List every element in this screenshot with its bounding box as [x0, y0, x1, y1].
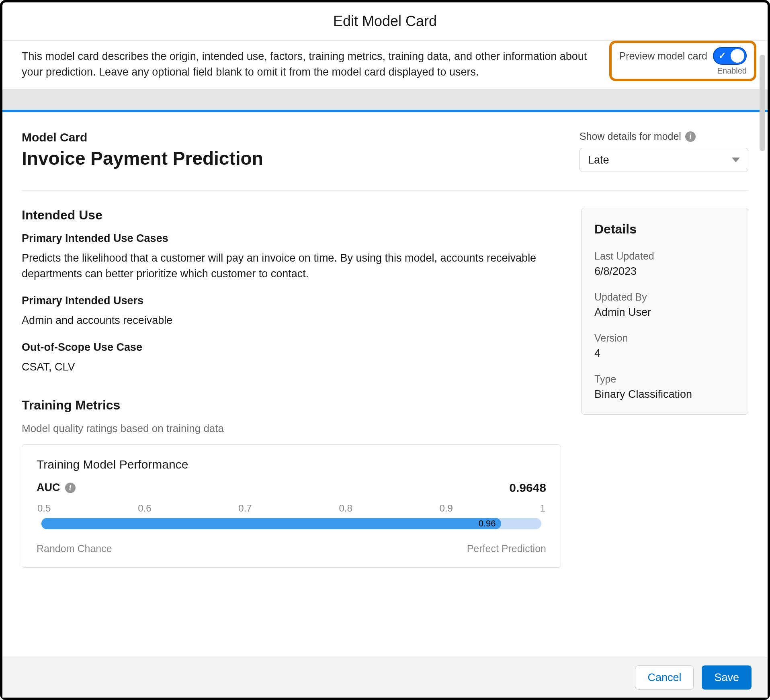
performance-title: Training Model Performance	[37, 458, 546, 471]
info-icon[interactable]: i	[65, 483, 76, 493]
details-heading: Details	[594, 222, 735, 237]
auc-bar-fill: 0.96	[41, 518, 501, 529]
type-label: Type	[594, 373, 735, 385]
primary-users-text: Admin and accounts receivable	[22, 313, 561, 328]
version-label: Version	[594, 332, 735, 344]
updated-by-value: Admin User	[594, 306, 735, 319]
auc-bar-track: 0.96	[41, 518, 541, 529]
perfect-prediction-label: Perfect Prediction	[467, 543, 546, 555]
auc-label: AUC	[37, 481, 60, 494]
tick: 1	[540, 503, 545, 514]
modal-footer: Cancel Save	[2, 657, 768, 698]
preview-toggle-state: Enabled	[717, 66, 747, 76]
primary-use-cases-text: Predicts the likelihood that a customer …	[22, 250, 561, 282]
info-icon[interactable]: i	[685, 131, 696, 142]
body-row: Intended Use Primary Intended Use Cases …	[22, 191, 748, 568]
out-of-scope-label: Out-of-Scope Use Case	[22, 341, 561, 354]
tick: 0.5	[37, 503, 51, 514]
model-select-area: Show details for model i Late	[580, 131, 748, 172]
tick: 0.7	[238, 503, 252, 514]
model-card-label: Model Card	[22, 131, 263, 144]
preview-highlight-box: Preview model card ✓ Enabled	[609, 41, 756, 81]
model-select-label-row: Show details for model i	[580, 131, 696, 142]
random-chance-label: Random Chance	[37, 543, 112, 555]
type-value: Binary Classification	[594, 388, 735, 401]
preview-toggle[interactable]: ✓	[713, 47, 747, 65]
modal-frame: Edit Model Card This model card describe…	[0, 0, 770, 700]
model-select[interactable]: Late	[580, 148, 748, 172]
primary-users-label: Primary Intended Users	[22, 295, 561, 307]
training-metrics-heading: Training Metrics	[22, 398, 561, 413]
out-of-scope-text: CSAT, CLV	[22, 359, 561, 375]
content-area: Model Card Invoice Payment Prediction Sh…	[2, 112, 768, 657]
intended-use-heading: Intended Use	[22, 208, 561, 223]
auc-bar-labels: Random Chance Perfect Prediction	[37, 543, 546, 555]
primary-use-cases-label: Primary Intended Use Cases	[22, 232, 561, 245]
auc-row: AUC i 0.9648	[37, 481, 546, 495]
tick: 0.9	[440, 503, 453, 514]
last-updated-label: Last Updated	[594, 250, 735, 262]
updated-by-label: Updated By	[594, 291, 735, 303]
tick: 0.8	[339, 503, 352, 514]
auc-bar-value: 0.96	[479, 518, 496, 529]
toggle-knob	[731, 49, 744, 63]
modal-description: This model card describes the origin, in…	[22, 49, 597, 80]
auc-ticks: 0.5 0.6 0.7 0.8 0.9 1	[37, 503, 546, 514]
model-card-title: Invoice Payment Prediction	[22, 147, 263, 169]
check-icon: ✓	[719, 51, 726, 61]
card-heading-block: Model Card Invoice Payment Prediction	[22, 131, 263, 169]
save-button[interactable]: Save	[702, 665, 752, 690]
model-select-label: Show details for model	[580, 131, 681, 142]
model-select-value: Late	[588, 154, 609, 166]
scrollbar-thumb[interactable]	[760, 55, 765, 151]
preview-label: Preview model card	[619, 50, 707, 62]
main-column: Intended Use Primary Intended Use Cases …	[22, 208, 561, 568]
separator-band	[2, 90, 768, 112]
training-metrics-sub: Model quality ratings based on training …	[22, 422, 561, 435]
card-header-row: Model Card Invoice Payment Prediction Sh…	[22, 131, 748, 191]
version-value: 4	[594, 347, 735, 360]
chevron-down-icon	[732, 158, 740, 162]
auc-label-group: AUC i	[37, 481, 76, 494]
modal-title: Edit Model Card	[2, 2, 768, 41]
cancel-button[interactable]: Cancel	[635, 665, 694, 690]
side-column: Details Last Updated 6/8/2023 Updated By…	[581, 208, 748, 568]
preview-toggle-row: Preview model card ✓	[619, 47, 747, 65]
auc-value: 0.9648	[509, 481, 546, 495]
description-row: This model card describes the origin, in…	[2, 41, 768, 90]
tick: 0.6	[138, 503, 151, 514]
last-updated-value: 6/8/2023	[594, 265, 735, 278]
performance-card: Training Model Performance AUC i 0.9648 …	[22, 444, 561, 568]
details-card: Details Last Updated 6/8/2023 Updated By…	[581, 208, 748, 415]
